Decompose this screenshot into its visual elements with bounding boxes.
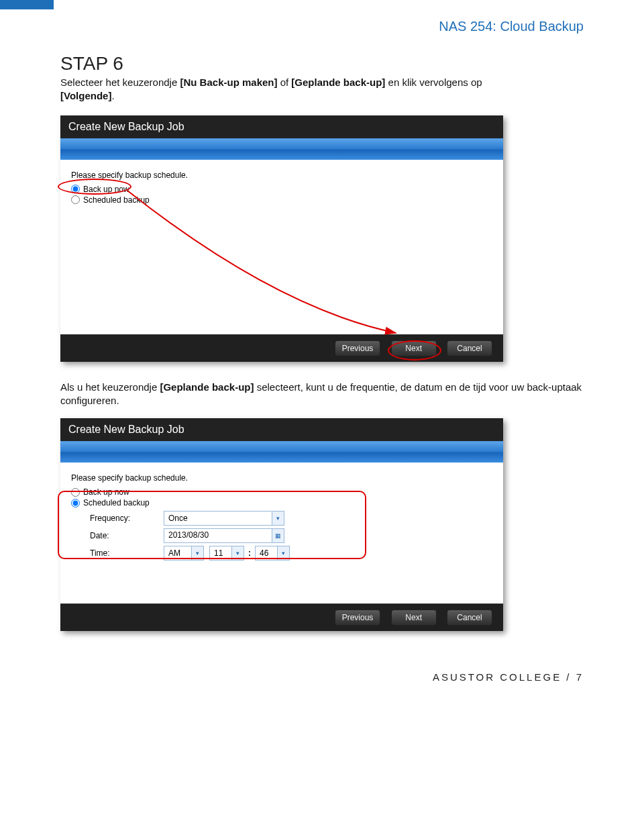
previous-button[interactable]: Previous: [335, 340, 381, 356]
intro-paragraph: Selecteer het keuzerondje [Nu Back-up ma…: [60, 76, 584, 103]
previous-button[interactable]: Previous: [335, 610, 381, 626]
annotation-box: [58, 491, 366, 559]
next-button[interactable]: Next: [391, 610, 437, 626]
schedule-prompt: Please specify backup schedule.: [71, 171, 492, 180]
cancel-button[interactable]: Cancel: [447, 610, 492, 626]
radio-scheduled-label: Scheduled backup: [83, 195, 150, 205]
radio-scheduled[interactable]: [71, 195, 80, 204]
mid-paragraph: Als u het keuzerondje [Geplande back-up]…: [60, 381, 584, 408]
doc-header: NAS 254: Cloud Backup: [0, 9, 644, 34]
page-footer: ASUSTOR COLLEGE / 7: [0, 651, 644, 696]
dialog-create-backup-1: Create New Backup Job Please specify bac…: [60, 115, 503, 362]
dialog-title: Create New Backup Job: [60, 418, 503, 441]
annotation-circle: [58, 179, 131, 195]
dialog-ribbon: [60, 138, 503, 160]
cancel-button[interactable]: Cancel: [447, 340, 492, 356]
dialog-create-backup-2: Create New Backup Job Please specify bac…: [60, 418, 503, 631]
step-heading: STAP 6: [60, 53, 584, 75]
annotation-circle-next: [388, 340, 441, 360]
schedule-prompt: Please specify backup schedule.: [71, 473, 492, 483]
dialog-title: Create New Backup Job: [60, 115, 503, 138]
dialog-ribbon: [60, 441, 503, 463]
